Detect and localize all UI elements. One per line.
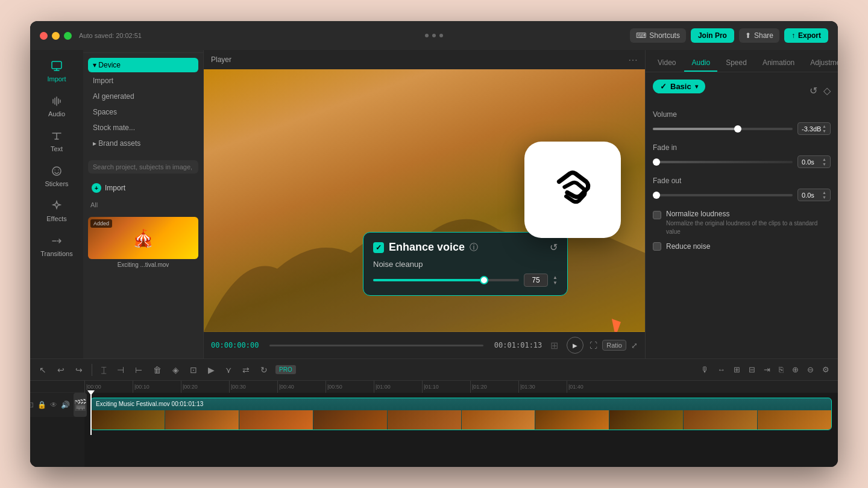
fade-out-thumb[interactable] <box>653 192 660 199</box>
media-import-button[interactable]: + Import <box>88 181 198 195</box>
tl-copy[interactable]: ⎘ <box>776 364 786 375</box>
tl-split-v[interactable]: ⊟ <box>746 364 758 375</box>
tl-zoom-in[interactable]: ↔ <box>715 364 728 375</box>
diamond-icon[interactable]: ◇ <box>823 85 831 96</box>
sidebar-item-stickers[interactable]: Stickers <box>33 160 81 192</box>
share-button[interactable]: ⬆ Share <box>739 28 779 43</box>
rotate-tool[interactable]: ↻ <box>257 363 271 377</box>
tab-speed[interactable]: Speed <box>719 55 754 72</box>
redo-button[interactable]: ↪ <box>72 363 86 377</box>
delete-tool[interactable]: 🗑 <box>150 363 165 377</box>
sidebar-item-import[interactable]: Import <box>33 55 81 87</box>
track-lock-icon[interactable]: 🔒 <box>37 401 46 409</box>
reduce-noise-checkbox[interactable] <box>653 242 661 251</box>
progress-bar[interactable] <box>269 345 483 346</box>
export-button[interactable]: ↑ Export <box>784 28 828 43</box>
media-thumbnail[interactable]: Added 🎪 <box>88 217 198 259</box>
noise-up-arrow[interactable]: ▲ <box>553 275 558 280</box>
basic-badge[interactable]: ✓ Basic ▾ <box>653 80 705 93</box>
join-pro-button[interactable]: Join Pro <box>691 28 734 43</box>
stickers-icon <box>50 164 63 178</box>
sidebar-item-transitions[interactable]: Transitions <box>33 230 81 262</box>
trim-left-tool[interactable]: ⊣ <box>114 363 127 377</box>
noise-slider[interactable] <box>373 279 519 281</box>
enhance-info-icon: ⓘ <box>470 242 478 253</box>
panel-tabs: Video Audio Speed Animation Adjustment <box>646 50 838 72</box>
tab-audio[interactable]: Audio <box>684 55 717 72</box>
share-icon: ⬆ <box>745 31 751 40</box>
video-clip[interactable]: Exciting Music Festival.mov 00:01:01:13 <box>90 398 832 430</box>
fo-down[interactable]: ▼ <box>822 195 826 199</box>
timeline: ↖ ↩ ↪ ⌶ ⊣ ⊢ 🗑 ◈ ⊡ ▶ ⋎ ⇄ ↻ PRO 🎙 ↔ ⊞ ⊟ ⇥ … <box>30 358 838 467</box>
normalize-checkbox[interactable] <box>653 211 661 219</box>
main-content: Import Audio Text <box>30 50 838 358</box>
tab-video[interactable]: Video <box>650 55 683 72</box>
vol-down[interactable]: ▼ <box>822 129 826 133</box>
tab-adjustment[interactable]: Adjustment <box>803 55 838 72</box>
noise-slider-thumb[interactable] <box>480 276 488 284</box>
enhance-reset-button[interactable]: ↺ <box>550 242 558 253</box>
sidebar-item-text[interactable]: Text <box>33 125 81 157</box>
volume-thumb[interactable] <box>734 125 741 133</box>
track-audio-icon[interactable]: 🔊 <box>61 401 70 409</box>
titlebar-right: ⌨ Shortcuts Join Pro ⬆ Share ↑ Export <box>630 28 828 43</box>
pro-tool[interactable]: PRO <box>275 365 296 374</box>
sidebar-item-audio[interactable]: Audio <box>33 90 81 122</box>
tl-settings[interactable]: ⚙ <box>820 364 832 375</box>
mark-tool[interactable]: ◈ <box>169 363 182 377</box>
fade-out-slider[interactable] <box>653 194 793 196</box>
fade-in-label: Fade in <box>653 143 831 152</box>
media-nav-spaces[interactable]: Spaces <box>88 105 198 119</box>
split-tool[interactable]: ⌶ <box>98 363 109 377</box>
play-button[interactable]: ▶ <box>567 337 583 354</box>
sidebar-item-effects[interactable]: Effects <box>33 195 81 227</box>
reset-icon[interactable]: ↺ <box>810 85 817 96</box>
search-input[interactable] <box>88 160 198 174</box>
split2-tool[interactable]: ⋎ <box>222 363 234 377</box>
ratio-button[interactable]: Ratio <box>602 340 626 351</box>
shortcuts-button[interactable]: ⌨ Shortcuts <box>630 28 686 43</box>
fade-in-thumb[interactable] <box>653 158 660 166</box>
media-nav-ai[interactable]: AI generated <box>88 89 198 104</box>
crop-tool[interactable]: ⊡ <box>187 363 200 377</box>
tab-animation[interactable]: Animation <box>755 55 802 72</box>
play-tool[interactable]: ▶ <box>205 363 218 377</box>
fo-up[interactable]: ▲ <box>822 190 826 195</box>
volume-slider[interactable] <box>653 128 793 130</box>
crop-icon[interactable]: ⛶ <box>590 341 597 350</box>
close-button[interactable] <box>40 32 48 40</box>
enhance-checkbox[interactable]: ✓ <box>373 242 384 253</box>
minimize-button[interactable] <box>52 32 60 40</box>
fullscreen-icon[interactable]: ⤢ <box>631 341 638 350</box>
mic-button[interactable]: 🎙 <box>699 364 711 375</box>
fade-in-slider[interactable] <box>653 161 793 163</box>
tl-split-h[interactable]: ⊞ <box>731 364 743 375</box>
basic-dropdown-icon: ▾ <box>695 83 698 90</box>
media-nav-device[interactable]: ▾ Device <box>88 58 198 72</box>
playhead[interactable] <box>90 393 92 435</box>
volume-row: Volume -3.3dB ▲ ▼ <box>653 110 831 135</box>
track-view-icon[interactable]: ⊡ <box>30 401 34 409</box>
media-nav-import[interactable]: Import <box>88 74 198 88</box>
maximize-button[interactable] <box>64 32 72 40</box>
noise-slider-row: 75 ▲ ▼ <box>373 274 558 287</box>
effects-label: Effects <box>46 215 66 222</box>
fi-down[interactable]: ▼ <box>822 162 826 166</box>
fade-out-label: Fade out <box>653 177 831 185</box>
media-nav-brand[interactable]: ▸ Brand assets <box>88 136 198 151</box>
player-menu-icon[interactable]: ⋯ <box>628 54 638 66</box>
fi-up[interactable]: ▲ <box>822 157 826 161</box>
mirror-tool[interactable]: ⇄ <box>239 363 253 377</box>
tl-add-icon[interactable]: ⊕ <box>790 364 801 375</box>
noise-down-arrow[interactable]: ▼ <box>553 281 558 286</box>
tl-minus[interactable]: ⊖ <box>805 364 816 375</box>
clip-frame-4 <box>313 410 387 430</box>
undo-button[interactable]: ↩ <box>54 363 68 377</box>
select-tool[interactable]: ↖ <box>36 363 49 377</box>
trim-right-tool[interactable]: ⊢ <box>132 363 145 377</box>
tl-arrow-r[interactable]: ⇥ <box>761 364 773 375</box>
track-eye-icon[interactable]: 👁 <box>50 401 57 409</box>
media-nav-stock[interactable]: Stock mate... <box>88 120 198 135</box>
vol-up[interactable]: ▲ <box>822 124 826 128</box>
svg-point-1 <box>52 167 61 175</box>
